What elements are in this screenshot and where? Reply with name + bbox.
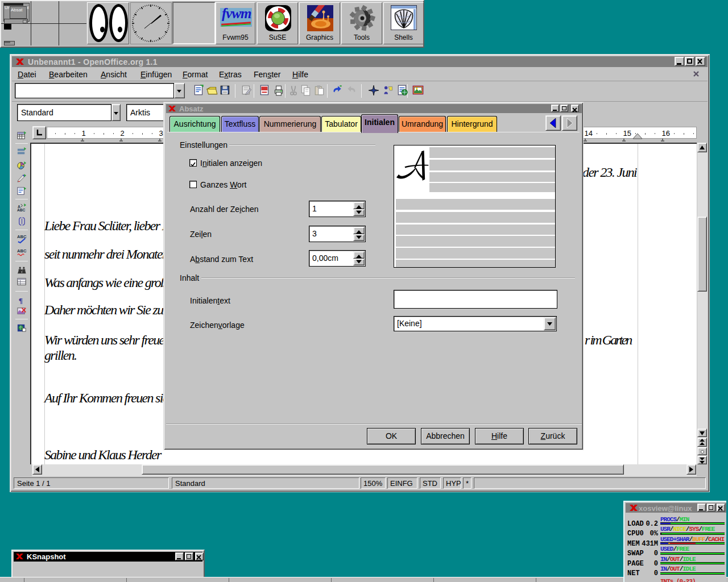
svg-text:ABC: ABC [17, 234, 27, 239]
svg-text:ABC: ABC [17, 208, 26, 212]
svg-text:ABC: ABC [17, 248, 27, 253]
svg-text:¶: ¶ [19, 296, 23, 305]
